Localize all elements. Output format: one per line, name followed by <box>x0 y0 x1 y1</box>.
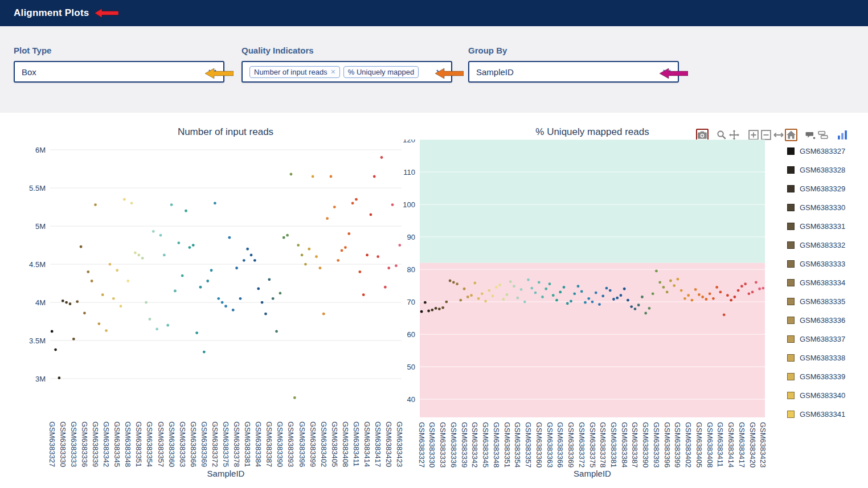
indicator-chip-label: % Uniquely mapped <box>348 68 414 76</box>
legend-swatch <box>787 241 795 249</box>
svg-text:6M: 6M <box>35 146 46 154</box>
svg-text:90: 90 <box>407 233 415 241</box>
chevron-down-icon[interactable] <box>663 69 671 75</box>
svg-text:GSM6383354: GSM6383354 <box>145 421 154 467</box>
quality-indicators-label: Quality Indicators <box>241 46 452 55</box>
svg-text:GSM6383387: GSM6383387 <box>630 422 639 468</box>
svg-text:GSM6383336: GSM6383336 <box>449 422 458 468</box>
svg-text:GSM6383348: GSM6383348 <box>124 421 132 467</box>
legend-item[interactable]: GSM6383329 <box>787 184 868 192</box>
svg-text:GSM6383333: GSM6383333 <box>439 422 447 468</box>
legend-label: GSM6383336 <box>800 316 845 325</box>
legend-item[interactable]: GSM6383333 <box>787 260 868 268</box>
hover-compare-icon[interactable] <box>817 129 829 141</box>
svg-text:GSM6383372: GSM6383372 <box>578 422 586 468</box>
legend-swatch <box>787 298 795 305</box>
hover-closest-icon[interactable] <box>804 129 817 141</box>
svg-text:GSM6383384: GSM6383384 <box>254 421 263 467</box>
legend-item[interactable]: GSM6383336 <box>787 316 868 324</box>
legend-item[interactable]: GSM6383340 <box>787 391 868 399</box>
chevron-down-icon[interactable] <box>208 69 216 75</box>
chevron-down-icon[interactable] <box>436 69 444 75</box>
legend-label: GSM6383333 <box>800 260 845 268</box>
svg-text:GSM6383399: GSM6383399 <box>673 422 682 468</box>
indicator-chip[interactable]: Number of input reads × <box>249 66 340 78</box>
svg-text:GSM6383363: GSM6383363 <box>178 421 187 467</box>
svg-text:GSM6383381: GSM6383381 <box>609 422 618 468</box>
legend-item[interactable]: GSM6383327 <box>787 147 868 155</box>
scatter-plot-right[interactable]: 120110100908070605040GSM6383327GSM638333… <box>399 140 775 481</box>
svg-text:70: 70 <box>407 298 415 306</box>
svg-text:GSM6383354: GSM6383354 <box>513 422 522 468</box>
svg-text:GSM6383414: GSM6383414 <box>727 422 735 468</box>
svg-text:GSM6383387: GSM6383387 <box>265 421 273 467</box>
svg-text:GSM6383408: GSM6383408 <box>341 421 350 467</box>
svg-text:GSM6383351: GSM6383351 <box>134 421 143 467</box>
group-by-select[interactable]: SampleID <box>468 61 679 83</box>
svg-text:GSM6383396: GSM6383396 <box>298 421 306 467</box>
legend-item[interactable]: GSM6383334 <box>787 278 868 286</box>
legend-swatch <box>787 354 795 362</box>
svg-text:120: 120 <box>403 140 415 144</box>
legend-swatch <box>787 392 795 399</box>
quality-indicators-select[interactable]: Number of input reads × % Uniquely mappe… <box>241 61 452 83</box>
legend-item[interactable]: GSM6383339 <box>787 372 868 380</box>
svg-text:GSM6383402: GSM6383402 <box>684 422 693 468</box>
plot-uniquely-mapped-reads[interactable]: % Uniquely mapped reads 1201101009080706… <box>399 125 775 483</box>
svg-text:5.5M: 5.5M <box>29 184 46 192</box>
group-by-control: Group By SampleID <box>468 46 679 83</box>
svg-text:GSM6383405: GSM6383405 <box>330 421 339 467</box>
svg-text:GSM6383333: GSM6383333 <box>69 421 78 467</box>
legend-swatch <box>787 185 795 192</box>
svg-text:GSM6383402: GSM6383402 <box>320 421 328 467</box>
svg-text:GSM6383408: GSM6383408 <box>706 422 714 468</box>
svg-text:GSM6383381: GSM6383381 <box>243 421 252 467</box>
legend-item[interactable]: GSM6383337 <box>787 335 868 343</box>
legend-label: GSM6383338 <box>800 354 845 362</box>
legend-swatch <box>787 373 795 380</box>
legend-swatch <box>787 260 795 268</box>
plot-type-label: Plot Type <box>14 46 224 55</box>
svg-text:3M: 3M <box>35 375 46 383</box>
legend-label: GSM6383337 <box>800 335 845 343</box>
svg-text:GSM6383339: GSM6383339 <box>91 421 100 467</box>
legend-swatch <box>787 147 795 155</box>
legend-label: GSM6383334 <box>800 278 845 287</box>
indicator-chip[interactable]: % Uniquely mapped <box>343 66 419 78</box>
svg-text:60: 60 <box>407 330 415 339</box>
svg-text:100: 100 <box>403 200 415 209</box>
legend-item[interactable]: GSM6383331 <box>787 222 868 230</box>
svg-text:GSM6383420: GSM6383420 <box>748 422 757 468</box>
app-header: Alignment Plots <box>0 0 868 26</box>
chip-close-icon[interactable]: × <box>331 68 335 76</box>
plot-type-value: Box <box>22 67 204 77</box>
svg-text:GSM6383348: GSM6383348 <box>492 422 501 468</box>
svg-text:GSM6383405: GSM6383405 <box>695 422 703 468</box>
svg-text:GSM6383411: GSM6383411 <box>352 421 361 466</box>
svg-text:GSM6383369: GSM6383369 <box>567 422 575 468</box>
legend-item[interactable]: GSM6383330 <box>787 203 868 211</box>
logo-icon[interactable] <box>836 129 849 141</box>
legend-item[interactable]: GSM6383338 <box>787 354 868 362</box>
plot-type-select[interactable]: Box <box>14 61 224 83</box>
legend-label: GSM6383328 <box>800 166 845 174</box>
svg-text:GSM6383372: GSM6383372 <box>211 421 219 467</box>
legend-item[interactable]: GSM6383335 <box>787 297 868 305</box>
legend-item[interactable]: GSM6383341 <box>787 410 868 418</box>
legend-label: GSM6383335 <box>800 297 845 306</box>
svg-text:GSM6383327: GSM6383327 <box>417 422 426 468</box>
svg-text:3.5M: 3.5M <box>29 337 46 345</box>
legend-label: GSM6383339 <box>800 372 845 381</box>
svg-text:GSM6383378: GSM6383378 <box>232 421 241 467</box>
reset-icon[interactable] <box>785 129 797 141</box>
svg-text:GSM6383339: GSM6383339 <box>460 422 469 468</box>
svg-text:GSM6383390: GSM6383390 <box>641 422 650 468</box>
indicator-chip-label: Number of input reads <box>254 68 327 76</box>
svg-text:GSM6383336: GSM6383336 <box>80 421 89 467</box>
scatter-plot-left[interactable]: 6M5.5M5M4.5M4M3.5M3MGSM6383327GSM6383330… <box>10 140 409 481</box>
legend-item[interactable]: GSM6383332 <box>787 241 868 249</box>
svg-text:GSM6383366: GSM6383366 <box>556 422 564 468</box>
svg-text:GSM6383342: GSM6383342 <box>470 422 479 468</box>
legend-item[interactable]: GSM6383328 <box>787 166 868 174</box>
plot-number-of-input-reads[interactable]: Number of input reads 6M5.5M5M4.5M4M3.5M… <box>10 125 409 483</box>
